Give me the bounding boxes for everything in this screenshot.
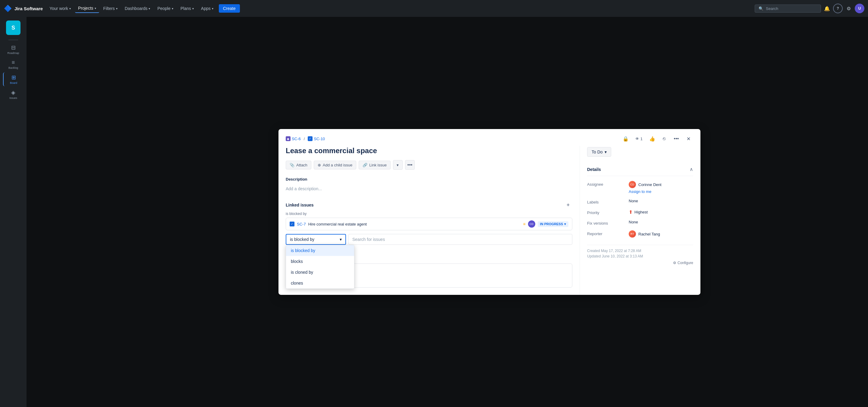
priority-value[interactable]: ⬆ Highest: [629, 209, 693, 215]
sidebar-item-label: Backlog: [8, 66, 18, 69]
topnav: Jira Software Your work ▾ Projects ▾ Fil…: [0, 0, 868, 17]
breadcrumb-current-key: SC-10: [314, 136, 325, 141]
is-blocked-by-label: is blocked by: [286, 212, 572, 216]
detail-row-labels: Labels None: [587, 199, 693, 205]
breadcrumb-current[interactable]: ✓ SC-10: [308, 136, 325, 141]
linked-issues-header: Linked issues +: [286, 201, 572, 209]
share-button[interactable]: ⎋: [659, 134, 669, 144]
settings-button[interactable]: ⚙: [844, 4, 854, 13]
assign-to-me-button[interactable]: Assign to me: [629, 189, 693, 194]
assignee-name: Corinne Dent: [638, 182, 661, 187]
details-header: Details ∧: [587, 163, 693, 176]
meta-info: Created May 17, 2022 at 7:28 AM Updated …: [587, 245, 693, 265]
linked-issue-priority-icon: ≡: [523, 222, 525, 226]
create-button[interactable]: Create: [219, 4, 240, 13]
attach-icon: 📎: [290, 163, 294, 167]
details-collapse-button[interactable]: ∧: [689, 166, 693, 172]
description-section: Description Add a description...: [286, 177, 572, 193]
sidebar-item-label: Board: [10, 82, 17, 85]
sidebar-item-board[interactable]: ⊞ Board: [3, 72, 24, 86]
breadcrumb-parent[interactable]: ◆ SC-6: [286, 136, 301, 141]
search-bar[interactable]: 🔍 Search: [755, 4, 821, 13]
close-button[interactable]: ✕: [684, 134, 693, 144]
search-issues-input[interactable]: [348, 234, 572, 245]
your-work-chevron-icon: ▾: [69, 7, 71, 10]
status-chevron-icon: ▾: [564, 222, 566, 226]
sidebar-item-issues[interactable]: ◈ Issues: [3, 87, 24, 101]
nav-your-work[interactable]: Your work ▾: [46, 4, 74, 13]
help-button[interactable]: ?: [833, 4, 843, 13]
attach-button[interactable]: 📎 Attach: [286, 161, 311, 169]
sidebar-item-backlog[interactable]: ≡ Backlog: [3, 58, 24, 71]
fix-versions-label: Fix versions: [587, 220, 626, 225]
dropdown-item-is-cloned-by[interactable]: is cloned by: [286, 267, 354, 278]
detail-row-assignee: Assignee CD Corinne Dent Assign to me: [587, 181, 693, 194]
dropdown-item-blocks[interactable]: blocks: [286, 256, 354, 267]
linked-issue-status-badge[interactable]: IN PROGRESS ▾: [538, 221, 568, 227]
breadcrumb-parent-key: SC-6: [292, 136, 301, 141]
linked-issue-summary: Hire commercial real estate agent: [308, 222, 521, 226]
child-issue-icon: ⊕: [318, 163, 321, 167]
assignee-avatar: CD: [629, 181, 636, 188]
reporter-value: RT Rachel Tang: [629, 230, 693, 238]
user-avatar[interactable]: U: [855, 4, 864, 13]
linked-issue-row: ✓ SC-7 Hire commercial real estate agent…: [286, 218, 572, 230]
action-bar: 📎 Attach ⊕ Add a child issue 🔗 Link issu…: [286, 160, 572, 170]
detail-row-reporter: Reporter RT Rachel Tang: [587, 230, 693, 238]
search-icon: 🔍: [758, 6, 764, 11]
dropdown-item-clones[interactable]: clones: [286, 278, 354, 288]
sidebar-divider: [8, 40, 18, 40]
breadcrumb-separator: /: [304, 136, 305, 141]
dropdown-item-is-blocked-by[interactable]: is blocked by: [286, 245, 354, 256]
description-label: Description: [286, 177, 572, 182]
more-options-button[interactable]: •••: [672, 134, 681, 144]
modal-right-panel: To Do ▾ Details ∧ Assignee: [580, 146, 701, 295]
configure-button[interactable]: ⚙ Configure: [673, 261, 693, 265]
app-logo[interactable]: Jira Software: [4, 4, 43, 13]
sidebar-item-roadmap[interactable]: ⊟ Roadmap: [3, 42, 24, 56]
plans-chevron-icon: ▾: [192, 7, 194, 10]
linked-issue-key[interactable]: SC-7: [297, 222, 306, 226]
link-type-select[interactable]: is blocked by ▾: [286, 234, 346, 245]
labels-value[interactable]: None: [629, 199, 693, 203]
assignee-value: CD Corinne Dent Assign to me: [629, 181, 693, 194]
sidebar: S ⊟ Roadmap ≡ Backlog ⊞ Board ◈ Issues: [0, 17, 27, 407]
people-chevron-icon: ▾: [172, 7, 173, 10]
link-issue-button[interactable]: 🔗 Link issue: [359, 161, 391, 169]
details-section: Details ∧ Assignee CD Corinne Dent: [587, 163, 693, 238]
reporter-label: Reporter: [587, 230, 626, 236]
issue-modal: ◆ SC-6 / ✓ SC-10 🔒 👁 1 👍 ⎋ •••: [278, 129, 701, 295]
nav-filters[interactable]: Filters ▾: [100, 4, 121, 13]
nav-projects[interactable]: Projects ▾: [75, 4, 99, 13]
notifications-button[interactable]: 🔔: [822, 4, 832, 13]
description-placeholder[interactable]: Add a description...: [286, 184, 572, 193]
status-button[interactable]: To Do ▾: [587, 147, 611, 157]
link-type-dropdown-menu: is blocked by blocks is cloned by clones: [286, 245, 354, 289]
more-actions-button[interactable]: •••: [405, 160, 415, 170]
reporter-avatar: RT: [629, 230, 636, 238]
updated-text: Updated June 10, 2022 at 3:13 AM: [587, 254, 693, 258]
configure-label: Configure: [678, 261, 693, 265]
search-placeholder: Search: [766, 6, 778, 11]
add-child-issue-button[interactable]: ⊕ Add a child issue: [314, 161, 356, 169]
like-button[interactable]: 👍: [647, 134, 657, 144]
modal-body: Lease a commercial space 📎 Attach ⊕ Add …: [278, 146, 701, 295]
linked-issue-assignee-avatar: CD: [528, 220, 535, 228]
nav-plans[interactable]: Plans ▾: [178, 4, 197, 13]
watch-button[interactable]: 👁 1: [633, 135, 645, 142]
fix-versions-value[interactable]: None: [629, 220, 693, 224]
link-type-chevron-icon: ▾: [340, 237, 342, 242]
actions-dropdown-button[interactable]: ▾: [393, 160, 403, 170]
link-form: is blocked by ▾ is blocked by blocks: [286, 234, 572, 256]
modal-header-actions: 🔒 👁 1 👍 ⎋ ••• ✕: [621, 134, 693, 144]
lock-button[interactable]: 🔒: [621, 134, 630, 144]
eye-icon: 👁: [635, 136, 639, 141]
project-avatar[interactable]: S: [6, 21, 21, 35]
nav-dashboards[interactable]: Dashboards ▾: [122, 4, 153, 13]
sidebar-item-label: Roadmap: [7, 52, 19, 55]
nav-apps[interactable]: Apps ▾: [198, 4, 216, 13]
nav-people[interactable]: People ▾: [154, 4, 176, 13]
link-form-row: is blocked by ▾ is blocked by blocks: [286, 234, 572, 245]
projects-chevron-icon: ▾: [95, 7, 96, 10]
add-linked-issue-button[interactable]: +: [564, 201, 572, 209]
